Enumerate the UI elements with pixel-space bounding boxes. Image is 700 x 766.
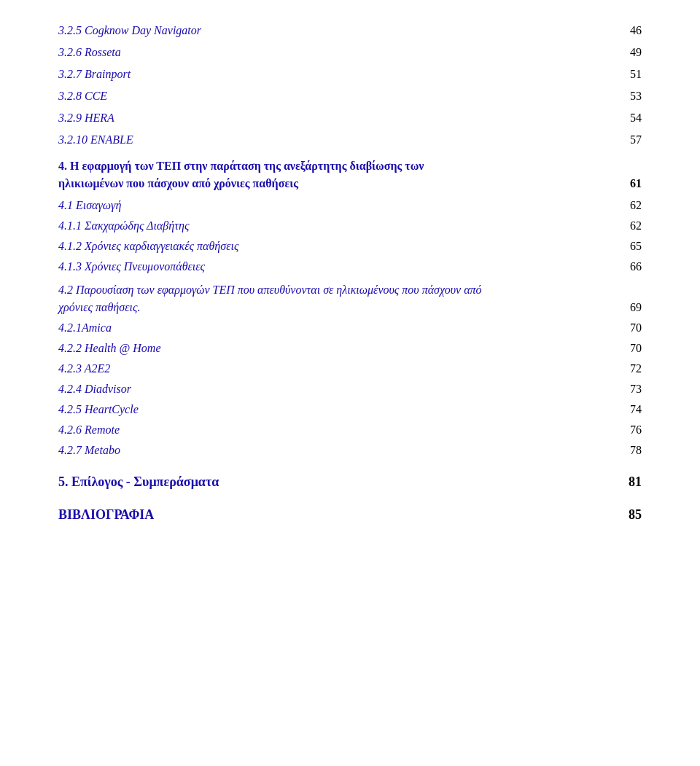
toc-number-bibliography: 85 <box>629 505 642 525</box>
toc-entry-bibliography: ΒΙΒΛΙΟΓΡΑΦΙΑ 85 <box>58 505 642 525</box>
toc-entry-section-5: 5. Επίλογος - Συμπεράσματα 81 <box>58 472 642 492</box>
toc-link-4-2-3[interactable]: 4.2.3 A2E2 <box>58 360 110 378</box>
toc-link-3-2-5[interactable]: 3.2.5 Cogknow Day Navigator <box>58 22 201 39</box>
toc-link-4-1-3[interactable]: 4.1.3 Χρόνιες Πνευμονοπάθειες <box>58 258 205 275</box>
table-of-contents: 3.2.5 Cogknow Day Navigator 46 3.2.6 Ros… <box>58 22 642 525</box>
toc-entry-4-2-3: 4.2.3 A2E2 72 <box>58 360 642 378</box>
toc-entry-4-1-2: 4.1.2 Χρόνιες καρδιαγγειακές παθήσεις 65 <box>58 238 642 255</box>
toc-link-bibliography[interactable]: ΒΙΒΛΙΟΓΡΑΦΙΑ <box>58 505 154 525</box>
toc-link-4-2-4[interactable]: 4.2.4 Diadvisor <box>58 380 131 398</box>
toc-entry-4-2-2: 4.2.2 Health @ Home 70 <box>58 340 642 357</box>
toc-link-3-2-8[interactable]: 3.2.8 CCE <box>58 87 107 105</box>
toc-entry-4-2-5: 4.2.5 HeartCycle 74 <box>58 401 642 418</box>
toc-number-4-2-3: 72 <box>630 360 642 378</box>
toc-link-section-5[interactable]: 5. Επίλογος - Συμπεράσματα <box>58 472 219 492</box>
toc-number-3-2-7: 51 <box>630 66 642 83</box>
toc-entry-3-2-6: 3.2.6 Rosseta 49 <box>58 44 642 61</box>
toc-entry-3-2-5: 3.2.5 Cogknow Day Navigator 46 <box>58 22 642 39</box>
toc-number-section-5: 81 <box>629 472 642 492</box>
section-4-2-line2: χρόνιες παθήσεις. <box>58 301 140 313</box>
toc-entry-4-2-6: 4.2.6 Remote 76 <box>58 421 642 439</box>
toc-entry-4-1-1: 4.1.1 Σακχαρώδης Διαβήτης 62 <box>58 217 642 235</box>
section-4-2-text: 4.2 Παρουσίαση των εφαρμογών ΤΕΠ που απε… <box>58 281 623 316</box>
toc-link-4-2-5[interactable]: 4.2.5 HeartCycle <box>58 401 139 418</box>
toc-number-4-2-1: 70 <box>630 319 642 337</box>
toc-entry-3-2-9: 3.2.9 HERA 54 <box>58 109 642 127</box>
toc-link-4-2-6[interactable]: 4.2.6 Remote <box>58 421 120 439</box>
toc-section-4-heading: 4. Η εφαρμογή των ΤΕΠ στην παράταση της … <box>58 157 642 192</box>
toc-link-4-2-1[interactable]: 4.2.1Amica <box>58 319 112 337</box>
toc-entry-4-1-3: 4.1.3 Χρόνιες Πνευμονοπάθειες 66 <box>58 258 642 275</box>
toc-number-4-2-2: 70 <box>630 340 642 357</box>
toc-number-3-2-5: 46 <box>630 22 642 39</box>
section-4-number: 61 <box>630 175 642 192</box>
section-4-heading-text: 4. Η εφαρμογή των ΤΕΠ στην παράταση της … <box>58 157 623 192</box>
toc-entry-3-2-7: 3.2.7 Brainport 51 <box>58 66 642 83</box>
toc-number-3-2-10: 57 <box>630 131 642 149</box>
section-4-2-line1: 4.2 Παρουσίαση των εφαρμογών ΤΕΠ που απε… <box>58 284 482 296</box>
section-4-heading-link[interactable]: 4. Η εφαρμογή των ΤΕΠ στην παράταση της … <box>58 160 424 189</box>
toc-entry-4-1: 4.1 Εισαγωγή 62 <box>58 197 642 214</box>
toc-link-3-2-10[interactable]: 3.2.10 ENABLE <box>58 131 133 149</box>
toc-number-3-2-8: 53 <box>630 87 642 105</box>
toc-link-3-2-7[interactable]: 3.2.7 Brainport <box>58 66 131 83</box>
toc-entry-4-2-4: 4.2.4 Diadvisor 73 <box>58 380 642 398</box>
toc-link-4-1-2[interactable]: 4.1.2 Χρόνιες καρδιαγγειακές παθήσεις <box>58 238 238 255</box>
toc-link-4-1[interactable]: 4.1 Εισαγωγή <box>58 197 121 214</box>
toc-number-3-2-9: 54 <box>630 109 642 127</box>
toc-link-4-2[interactable]: 4.2 Παρουσίαση των εφαρμογών ΤΕΠ που απε… <box>58 284 482 313</box>
toc-number-4-1-3: 66 <box>630 258 642 275</box>
toc-link-4-2-7[interactable]: 4.2.7 Metabo <box>58 442 120 459</box>
section-4-line2: ηλικιωμένων που πάσχουν από χρόνιες παθή… <box>58 177 298 189</box>
toc-number-4-1-2: 65 <box>630 238 642 255</box>
toc-number-3-2-6: 49 <box>630 44 642 61</box>
toc-link-3-2-6[interactable]: 3.2.6 Rosseta <box>58 44 121 61</box>
toc-number-4-2-5: 74 <box>630 401 642 418</box>
toc-number-4-2-6: 76 <box>630 421 642 439</box>
toc-number-4-2: 69 <box>630 299 642 316</box>
toc-entry-3-2-10: 3.2.10 ENABLE 57 <box>58 131 642 149</box>
toc-link-4-1-1[interactable]: 4.1.1 Σακχαρώδης Διαβήτης <box>58 217 189 235</box>
toc-link-4-2-2[interactable]: 4.2.2 Health @ Home <box>58 340 160 357</box>
toc-number-4-2-4: 73 <box>630 380 642 398</box>
toc-entry-4-2-1: 4.2.1Amica 70 <box>58 319 642 337</box>
section-4-line1: 4. Η εφαρμογή των ΤΕΠ στην παράταση της … <box>58 160 424 172</box>
toc-number-4-1: 62 <box>630 197 642 214</box>
toc-number-4-2-7: 78 <box>630 442 642 459</box>
toc-link-3-2-9[interactable]: 3.2.9 HERA <box>58 109 114 127</box>
toc-number-4-1-1: 62 <box>630 217 642 235</box>
toc-entry-3-2-8: 3.2.8 CCE 53 <box>58 87 642 105</box>
toc-entry-4-2: 4.2 Παρουσίαση των εφαρμογών ΤΕΠ που απε… <box>58 281 642 316</box>
toc-entry-4-2-7: 4.2.7 Metabo 78 <box>58 442 642 459</box>
